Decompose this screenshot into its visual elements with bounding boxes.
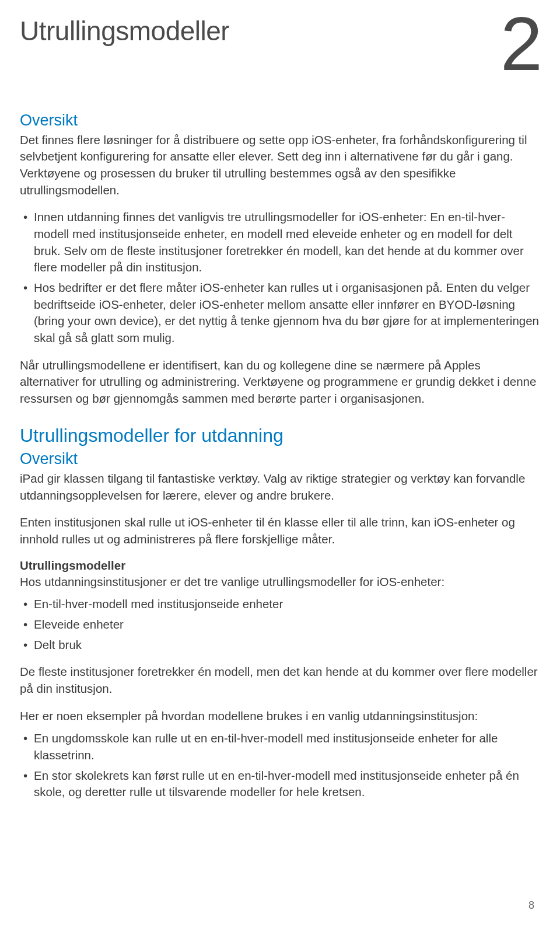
- paragraph: iPad gir klassen tilgang til fantastiske…: [20, 470, 540, 504]
- list-item: En ungdomsskole kan rulle ut en en-til-h…: [20, 730, 540, 763]
- subheading-utrullingsmodeller: Utrullingsmodeller: [20, 559, 540, 573]
- bullet-list-models: En-til-hver-modell med institusjonseide …: [20, 596, 540, 653]
- paragraph: Det finnes flere løsninger for å distrib…: [20, 132, 540, 199]
- paragraph: Hos utdanningsinstitusjoner er det tre v…: [20, 574, 540, 591]
- paragraph: De fleste institusjoner foretrekker én m…: [20, 664, 540, 697]
- chapter-header: Utrullingsmodeller 2: [20, 12, 540, 76]
- list-item: Innen utdanning finnes det vanligvis tre…: [20, 209, 540, 276]
- page-number: 8: [528, 899, 534, 912]
- chapter-number: 2: [501, 12, 540, 76]
- paragraph: Når utrullingsmodellene er identifisert,…: [20, 357, 540, 407]
- section-heading-utdanning: Utrullingsmodeller for utdanning: [20, 425, 540, 446]
- chapter-title: Utrullingsmodeller: [20, 12, 229, 47]
- bullet-list-examples: En ungdomsskole kan rulle ut en en-til-h…: [20, 730, 540, 801]
- paragraph: Her er noen eksempler på hvordan modelle…: [20, 708, 540, 725]
- paragraph: Enten institusjonen skal rulle ut iOS-en…: [20, 514, 540, 547]
- list-item: Eleveide enheter: [20, 616, 540, 633]
- list-item: En stor skolekrets kan først rulle ut en…: [20, 767, 540, 801]
- section-subheading-oversikt: Oversikt: [20, 450, 540, 468]
- list-item: Hos bedrifter er det flere måter iOS-enh…: [20, 280, 540, 347]
- section-heading-oversikt: Oversikt: [20, 111, 540, 130]
- bullet-list-oversikt: Innen utdanning finnes det vanligvis tre…: [20, 209, 540, 347]
- list-item: En-til-hver-modell med institusjonseide …: [20, 596, 540, 613]
- list-item: Delt bruk: [20, 637, 540, 654]
